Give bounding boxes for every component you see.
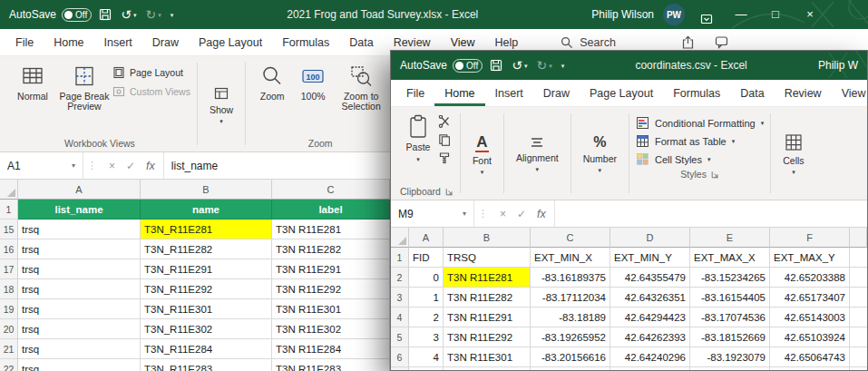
cut-button[interactable] xyxy=(438,115,451,128)
cell[interactable] xyxy=(409,367,444,370)
cell[interactable]: -83.17112034 xyxy=(531,288,610,308)
row-number[interactable]: 16 xyxy=(0,239,18,259)
cell[interactable] xyxy=(850,288,867,308)
tab-insert[interactable]: Insert xyxy=(485,80,533,106)
enter-button[interactable]: ✓ xyxy=(517,208,526,220)
ribbon-display-options-button[interactable] xyxy=(694,5,719,25)
cell[interactable] xyxy=(850,367,867,370)
column-header-a[interactable]: A xyxy=(409,228,444,248)
tab-insert[interactable]: Insert xyxy=(94,29,142,55)
cell[interactable]: 42.64240296 xyxy=(610,347,690,367)
cell[interactable] xyxy=(850,308,867,327)
tab-home[interactable]: Home xyxy=(44,29,93,55)
cell[interactable]: trsq xyxy=(18,220,141,239)
row-number[interactable]: 3 xyxy=(391,288,409,308)
cell[interactable]: 42.64326351 xyxy=(610,288,690,308)
customize-qat-button[interactable]: ▾ xyxy=(171,12,174,18)
row-number[interactable]: 19 xyxy=(0,299,18,319)
cell[interactable]: -83.16189375 xyxy=(531,268,610,288)
tab-view[interactable]: View xyxy=(832,80,868,106)
row-number[interactable]: 18 xyxy=(0,279,18,299)
cell[interactable]: T3N R11E301 xyxy=(272,299,390,319)
cell[interactable]: 0 xyxy=(409,268,444,288)
cell[interactable]: -83.18152669 xyxy=(690,327,770,347)
formula-bar-input[interactable] xyxy=(555,200,867,227)
column-header-c[interactable]: C xyxy=(531,228,610,248)
autosave-toggle[interactable]: AutoSave Off xyxy=(9,8,92,22)
cell[interactable]: T3N_R11E291 xyxy=(141,259,272,279)
tab-draw[interactable]: Draw xyxy=(533,80,580,106)
row-number[interactable]: 2 xyxy=(391,268,409,288)
tab-data[interactable]: Data xyxy=(339,29,383,55)
cell[interactable]: 3 xyxy=(409,327,444,347)
avatar[interactable]: PW xyxy=(663,4,685,25)
format-as-table-button[interactable]: Format as Table ▾ xyxy=(636,134,764,148)
cell[interactable]: trsq xyxy=(18,259,141,279)
tab-file[interactable]: File xyxy=(5,29,44,55)
column-header-d[interactable]: D xyxy=(610,228,690,248)
formula-bar-handle[interactable]: ⋮ xyxy=(474,200,492,227)
conditional-formatting-button[interactable]: Conditional Formatting ▾ xyxy=(636,116,764,130)
zoom-to-selection-button[interactable]: Zoom to Selection xyxy=(334,58,388,112)
cell[interactable]: EXT_MIN_X xyxy=(531,248,610,268)
cell[interactable]: name xyxy=(141,200,272,220)
cell[interactable] xyxy=(770,367,850,370)
dialog-launcher-icon[interactable] xyxy=(445,188,454,196)
cell[interactable]: 42.65064743 xyxy=(770,347,850,367)
cell[interactable]: -83.19265952 xyxy=(531,327,610,347)
row-number[interactable]: 5 xyxy=(391,327,409,347)
cell[interactable]: FID xyxy=(409,248,444,268)
cell[interactable]: 2 xyxy=(409,308,444,327)
cell[interactable]: T3N R11E281 xyxy=(272,220,390,239)
page-break-preview-button[interactable]: Page Break Preview xyxy=(58,58,111,112)
row-number[interactable] xyxy=(391,367,409,370)
minimize-button[interactable]: — xyxy=(728,0,754,29)
cell[interactable]: T3N R11E282 xyxy=(272,239,390,259)
cell[interactable]: trsq xyxy=(18,279,141,299)
show-button[interactable]: Show ▾ xyxy=(204,58,239,151)
copy-button[interactable] xyxy=(438,133,451,146)
tab-page-layout[interactable]: Page Layout xyxy=(189,29,272,55)
comments-button[interactable] xyxy=(715,35,728,49)
undo-button[interactable]: ↺▾ xyxy=(121,8,136,21)
row-number[interactable]: 4 xyxy=(391,308,409,327)
name-box[interactable]: A1 ▾ xyxy=(0,152,83,179)
cell[interactable]: trsq xyxy=(18,359,141,371)
highlighted-cell[interactable]: T3N R11E281 xyxy=(444,268,531,288)
tab-file[interactable]: File xyxy=(396,80,434,106)
cell[interactable]: T3N R11E292 xyxy=(444,327,531,347)
tab-data[interactable]: Data xyxy=(730,80,774,106)
cell[interactable] xyxy=(610,367,690,370)
cell[interactable] xyxy=(850,347,867,367)
cell[interactable]: T3N R11E301 xyxy=(444,347,531,367)
cell[interactable]: T3N R11E291 xyxy=(444,308,531,327)
cell[interactable]: -83.15234265 xyxy=(690,268,770,288)
share-button[interactable] xyxy=(681,35,695,49)
cell[interactable]: T3N R11E282 xyxy=(444,288,531,308)
cell[interactable] xyxy=(531,367,610,370)
tab-draw[interactable]: Draw xyxy=(142,29,189,55)
column-header-c[interactable]: C xyxy=(272,180,390,200)
cell[interactable]: trsq xyxy=(18,239,141,259)
autosave-toggle[interactable]: AutoSave Off xyxy=(400,59,483,73)
tab-formulas[interactable]: Formulas xyxy=(663,80,730,106)
cell[interactable]: 42.64355479 xyxy=(610,268,690,288)
alignment-button[interactable]: Alignment ▾ xyxy=(511,109,564,200)
row-number[interactable]: 1 xyxy=(391,248,409,268)
cell[interactable]: T3N_R11E282 xyxy=(141,239,272,259)
normal-view-button[interactable]: Normal xyxy=(9,58,56,102)
select-all-corner[interactable] xyxy=(391,228,409,248)
cell[interactable] xyxy=(444,367,531,370)
cancel-button[interactable]: × xyxy=(109,160,115,172)
tab-page-layout[interactable]: Page Layout xyxy=(580,80,663,106)
save-button[interactable] xyxy=(490,59,502,72)
cell[interactable]: -83.17074536 xyxy=(690,308,770,327)
cell[interactable]: 42.65103924 xyxy=(770,327,850,347)
cell[interactable]: T3N_R11E302 xyxy=(141,319,272,339)
cell[interactable]: list_name xyxy=(18,200,141,220)
cell[interactable]: T3N R11E291 xyxy=(272,259,390,279)
number-button[interactable]: % Number ▾ xyxy=(578,109,622,200)
column-header-f[interactable]: F xyxy=(770,228,850,248)
formula-bar-handle[interactable]: ⋮ xyxy=(83,152,101,179)
cell-styles-button[interactable]: Cell Styles ▾ xyxy=(636,152,764,166)
